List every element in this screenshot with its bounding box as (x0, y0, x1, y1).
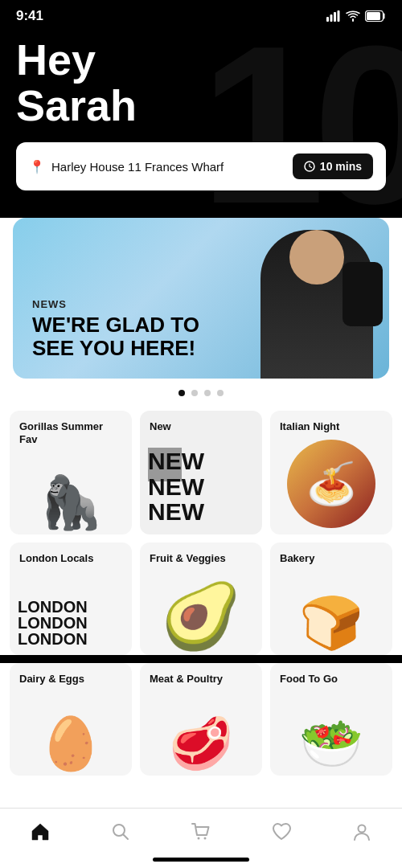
nav-home[interactable] (20, 818, 60, 845)
svg-rect-0 (326, 17, 329, 22)
status-time: 9:41 (16, 8, 43, 24)
home-icon (30, 821, 51, 842)
location-pin-icon: 📍 (29, 159, 45, 174)
italian-image: 🍝 (270, 436, 392, 534)
svg-rect-2 (334, 12, 336, 22)
promo-banner[interactable]: NEWS WE'RE GLAD TO SEE YOU HERE! (13, 218, 389, 379)
nav-favorites[interactable] (261, 818, 302, 845)
banner-title-line1: WE'RE GLAD TO (32, 313, 199, 337)
food-image: 🥗 (270, 689, 392, 776)
banner-content: NEWS WE'RE GLAD TO SEE YOU HERE! (13, 282, 219, 379)
address-left: 📍 Harley House 11 Frances Wharf (29, 159, 224, 174)
nav-profile[interactable] (342, 818, 382, 845)
avocado-icon: 🥑 (161, 584, 241, 655)
category-bakery[interactable]: Bakery 🍞 (270, 542, 392, 655)
fruit-label: Fruit & Veggies (140, 542, 262, 568)
grid-row-3: Dairy & Eggs 🥚 Meat & Poultry 🥩 Food To … (10, 663, 392, 776)
london-label: London Locals (10, 542, 132, 568)
category-food-to-go[interactable]: Food To Go 🥗 (270, 663, 392, 776)
fruit-image: 🥑 (140, 568, 262, 655)
clock-icon (304, 161, 315, 172)
svg-rect-3 (338, 10, 340, 22)
grid-row-2: London Locals LONDON LONDON LONDON Fruit… (10, 542, 392, 655)
greeting-line2: Sarah (16, 83, 386, 129)
bread-icon: 🍞 (299, 597, 363, 655)
bakery-image: 🍞 (270, 568, 392, 655)
banner-section: NEWS WE'RE GLAD TO SEE YOU HERE! (0, 218, 402, 379)
nav-search[interactable] (100, 818, 141, 845)
banner-person-image (212, 218, 389, 379)
nav-cart[interactable] (181, 818, 221, 845)
hero-section: 10 Hey Sarah 📍 Harley House 11 Frances W… (0, 29, 402, 207)
category-gorillas[interactable]: Gorillas Summer Fav 🦍 (10, 411, 132, 534)
time-badge-label: 10 mins (320, 160, 362, 173)
meat-image: 🥩 (140, 689, 262, 776)
category-meat[interactable]: Meat & Poultry 🥩 (140, 663, 262, 776)
profile-icon (351, 821, 372, 842)
heart-icon (271, 821, 292, 842)
category-dairy[interactable]: Dairy & Eggs 🥚 (10, 663, 132, 776)
svg-rect-5 (367, 12, 380, 20)
category-fruit[interactable]: Fruit & Veggies 🥑 (140, 542, 262, 655)
time-badge[interactable]: 10 mins (293, 154, 373, 179)
new-label: New (140, 411, 262, 436)
category-grid: Gorillas Summer Fav 🦍 New NEW NEW NEW It… (0, 404, 402, 655)
cart-icon (191, 821, 211, 842)
address-text: Harley House 11 Frances Wharf (51, 160, 224, 174)
new-text: NEW NEW NEW (140, 445, 262, 534)
address-bar[interactable]: 📍 Harley House 11 Frances Wharf 10 mins (16, 142, 386, 190)
svg-rect-1 (330, 14, 333, 22)
grid-row-1: Gorillas Summer Fav 🦍 New NEW NEW NEW It… (10, 411, 392, 534)
svg-point-9 (204, 837, 207, 840)
wifi-icon (346, 10, 360, 22)
dairy-icon: 🥚 (39, 718, 103, 776)
dairy-image: 🥚 (10, 689, 132, 776)
battery-icon (365, 10, 386, 22)
food-to-go-icon: 🥗 (299, 718, 363, 776)
london-text: LONDON LONDON LONDON (10, 599, 132, 655)
greeting: Hey Sarah (16, 37, 386, 128)
bakery-label: Bakery (270, 542, 392, 568)
gorilla-icon: 🦍 (39, 477, 103, 534)
meat-label: Meat & Poultry (140, 663, 262, 689)
gorillas-label: Gorillas Summer Fav (10, 411, 132, 448)
food-label: Food To Go (270, 663, 392, 689)
dot-4[interactable] (217, 390, 224, 396)
category-italian[interactable]: Italian Night 🍝 (270, 411, 392, 534)
category-london[interactable]: London Locals LONDON LONDON LONDON (10, 542, 132, 655)
carousel-dots (0, 379, 402, 404)
dairy-label: Dairy & Eggs (10, 663, 132, 689)
status-bar: 9:41 (0, 0, 402, 29)
dot-2[interactable] (191, 390, 198, 396)
category-new[interactable]: New NEW NEW NEW (140, 411, 262, 534)
banner-title: WE'RE GLAD TO SEE YOU HERE! (32, 313, 199, 359)
signal-icon (326, 10, 341, 22)
dot-1[interactable] (178, 390, 185, 396)
dot-3[interactable] (204, 390, 211, 396)
banner-title-line2: SEE YOU HERE! (32, 337, 199, 360)
svg-point-8 (198, 837, 200, 840)
greeting-line1: Hey (16, 37, 386, 83)
banner-news-label: NEWS (32, 298, 199, 310)
svg-point-10 (359, 825, 366, 833)
home-indicator (153, 858, 249, 862)
status-icons (326, 10, 386, 22)
pasta-icon: 🍝 (287, 440, 375, 528)
meat-icon: 🥩 (169, 718, 233, 776)
italian-label: Italian Night (270, 411, 392, 436)
gorillas-image: 🦍 (10, 449, 132, 534)
search-icon (110, 821, 131, 842)
